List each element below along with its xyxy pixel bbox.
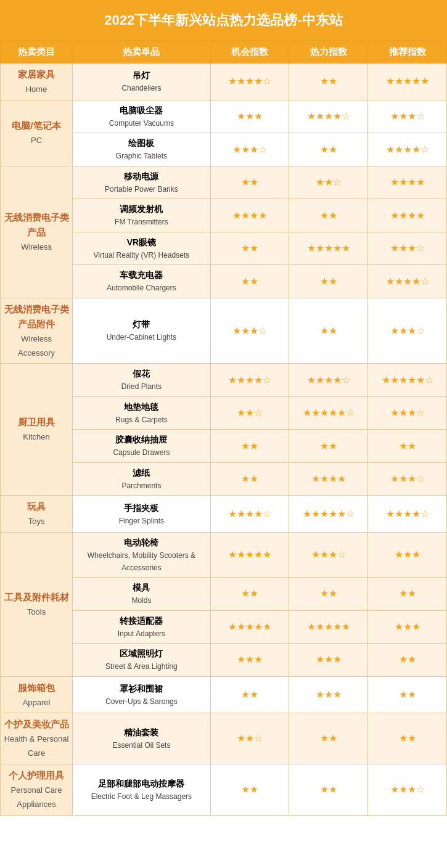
- opportunity-stars: ★★★★☆: [210, 63, 289, 100]
- recommend-stars: ★★: [368, 644, 447, 677]
- product-cell: 罩衫和围裙Cover-Ups & Sarongs: [73, 676, 211, 713]
- opportunity-stars: ★★★★★: [210, 533, 289, 578]
- product-cell: 胶囊收纳抽屉Capsule Drawers: [73, 430, 211, 463]
- table-row: 个护及美妆产品Health & Personal Care精油套装Essenti…: [1, 713, 447, 764]
- product-cell: 区域照明灯Street & Area Lighting: [73, 644, 211, 677]
- product-cell: 吊灯Chandeliers: [73, 63, 211, 100]
- header-opportunity: 机会指数: [210, 41, 289, 63]
- table-row: 家居家具Home吊灯Chandeliers★★★★☆★★★★★★★: [1, 63, 447, 100]
- product-cell: 地垫地毯Rugs & Carpets: [73, 396, 211, 430]
- category-cell: 无线消费电子类产品Wireless: [1, 166, 73, 298]
- table-row: 无线消费电子类产品Wireless移动电源Portable Power Bank…: [1, 166, 447, 199]
- recommend-stars: ★★★: [368, 610, 447, 644]
- opportunity-stars: ★★☆: [210, 396, 289, 430]
- heat-stars: ★★: [289, 133, 368, 166]
- table-row: 个人护理用具Personal Care Appliances足部和腿部电动按摩器…: [1, 764, 447, 816]
- recommend-stars: ★★★★☆: [368, 133, 447, 166]
- heat-stars: ★★: [289, 63, 368, 100]
- table-row: 电脑/笔记本PC电脑吸尘器Computer Vacuums★★★★★★★☆★★★…: [1, 100, 447, 133]
- opportunity-stars: ★★★☆: [210, 298, 289, 364]
- product-cell: VR眼镜Virtual Reality (VR) Headsets: [73, 232, 211, 265]
- category-cell: 服饰箱包Apparel: [1, 676, 73, 713]
- heat-stars: ★★★☆: [289, 533, 368, 578]
- opportunity-stars: ★★★☆: [210, 133, 289, 166]
- opportunity-stars: ★★: [210, 764, 289, 816]
- opportunity-stars: ★★★: [210, 100, 289, 133]
- category-cell: 家居家具Home: [1, 63, 73, 100]
- opportunity-stars: ★★★★: [210, 199, 289, 232]
- heat-stars: ★★: [289, 578, 368, 611]
- heat-stars: ★★★★: [289, 462, 368, 496]
- recommend-stars: ★★★☆: [368, 298, 447, 364]
- category-cell: 个护及美妆产品Health & Personal Care: [1, 713, 73, 764]
- recommend-stars: ★★★☆: [368, 396, 447, 430]
- heat-stars: ★★★★☆: [289, 364, 368, 397]
- heat-stars: ★★: [289, 199, 368, 232]
- recommend-stars: ★★★: [368, 533, 447, 578]
- header-heat: 热力指数: [289, 41, 368, 63]
- table-row: 服饰箱包Apparel罩衫和围裙Cover-Ups & Sarongs★★★★★…: [1, 676, 447, 713]
- heat-stars: ★★★★☆: [289, 100, 368, 133]
- opportunity-stars: ★★★: [210, 644, 289, 677]
- table-row: 玩具Toys手指夹板Finger Splints★★★★☆★★★★★☆★★★★☆: [1, 496, 447, 533]
- heat-stars: ★★: [289, 764, 368, 816]
- product-cell: 转接适配器Input Adapters: [73, 610, 211, 644]
- recommend-stars: ★★★★☆: [368, 265, 447, 298]
- heat-stars: ★★: [289, 713, 368, 764]
- recommend-stars: ★★: [368, 430, 447, 463]
- opportunity-stars: ★★: [210, 166, 289, 199]
- heat-stars: ★★☆: [289, 166, 368, 199]
- category-cell: 玩具Toys: [1, 496, 73, 533]
- recommend-stars: ★★★★: [368, 166, 447, 199]
- category-cell: 电脑/笔记本PC: [1, 100, 73, 166]
- table-row: 无线消费电子类产品附件Wireless Accessory灯带Under-Cab…: [1, 298, 447, 364]
- recommend-stars: ★★★★★: [368, 63, 447, 100]
- opportunity-stars: ★★☆: [210, 713, 289, 764]
- heat-stars: ★★★★★☆: [289, 396, 368, 430]
- header-product: 热卖单品: [73, 41, 211, 63]
- category-cell: 无线消费电子类产品附件Wireless Accessory: [1, 298, 73, 364]
- product-cell: 滤纸Parchments: [73, 462, 211, 496]
- heat-stars: ★★★★★: [289, 232, 368, 265]
- heat-stars: ★★★: [289, 676, 368, 713]
- opportunity-stars: ★★: [210, 578, 289, 611]
- opportunity-stars: ★★★★☆: [210, 364, 289, 397]
- category-cell: 厨卫用具Kitchen: [1, 364, 73, 496]
- page-title: 2022下半年新兴站点热力选品榜-中东站: [0, 0, 447, 41]
- product-cell: 电动轮椅Wheelchairs, Mobility Scooters & Acc…: [73, 533, 211, 578]
- product-cell: 电脑吸尘器Computer Vacuums: [73, 100, 211, 133]
- opportunity-stars: ★★★★☆: [210, 496, 289, 533]
- product-cell: 手指夹板Finger Splints: [73, 496, 211, 533]
- product-cell: 绘图板Graphic Tablets: [73, 133, 211, 166]
- header-recommend: 推荐指数: [368, 41, 447, 63]
- opportunity-stars: ★★: [210, 232, 289, 265]
- product-cell: 精油套装Essential Oil Sets: [73, 713, 211, 764]
- heat-stars: ★★: [289, 430, 368, 463]
- product-cell: 车载充电器Automobile Chargers: [73, 265, 211, 298]
- recommend-stars: ★★★★★☆: [368, 364, 447, 397]
- product-cell: 灯带Under-Cabinet Lights: [73, 298, 211, 364]
- opportunity-stars: ★★: [210, 462, 289, 496]
- recommend-stars: ★★★☆: [368, 764, 447, 816]
- header-category: 热卖类目: [1, 41, 73, 63]
- product-cell: 模具Molds: [73, 578, 211, 611]
- category-cell: 工具及附件耗材Tools: [1, 533, 73, 677]
- recommend-stars: ★★: [368, 713, 447, 764]
- table-row: 厨卫用具Kitchen假花Dried Plants★★★★☆★★★★☆★★★★★…: [1, 364, 447, 397]
- product-cell: 调频发射机FM Transmitters: [73, 199, 211, 232]
- recommend-stars: ★★★☆: [368, 462, 447, 496]
- opportunity-stars: ★★: [210, 265, 289, 298]
- recommend-stars: ★★★★: [368, 199, 447, 232]
- heat-stars: ★★: [289, 265, 368, 298]
- heat-stars: ★★★★★: [289, 610, 368, 644]
- recommend-stars: ★★: [368, 578, 447, 611]
- heat-stars: ★★★★★☆: [289, 496, 368, 533]
- opportunity-stars: ★★★★★: [210, 610, 289, 644]
- recommend-stars: ★★★☆: [368, 232, 447, 265]
- recommend-stars: ★★: [368, 676, 447, 713]
- heat-stars: ★★★: [289, 644, 368, 677]
- product-cell: 移动电源Portable Power Banks: [73, 166, 211, 199]
- table-row: 工具及附件耗材Tools电动轮椅Wheelchairs, Mobility Sc…: [1, 533, 447, 578]
- recommend-stars: ★★★☆: [368, 100, 447, 133]
- opportunity-stars: ★★: [210, 430, 289, 463]
